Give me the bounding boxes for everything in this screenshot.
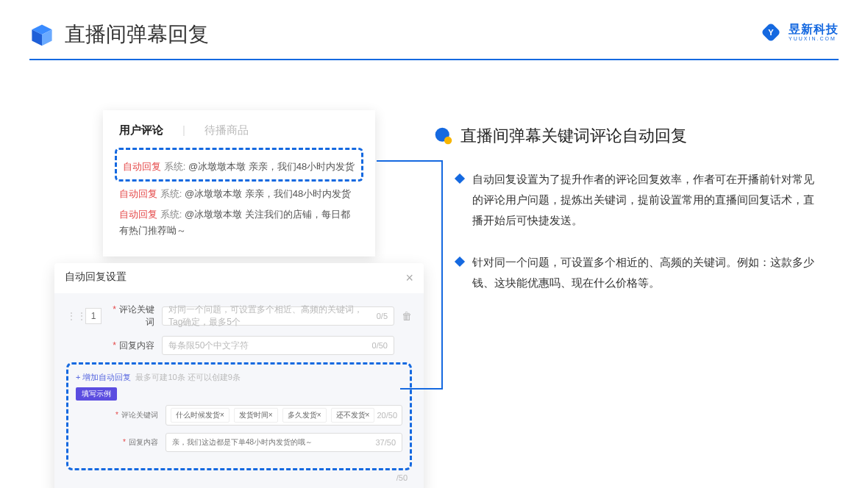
title-text: 直播间弹幕回复: [65, 21, 209, 49]
comment-row: 自动回复 系统: @冰墩墩本墩 亲亲，我们48小时内发货: [123, 159, 355, 175]
page-title: 直播间弹幕回复: [29, 21, 839, 49]
comments-panel: 用户评论 | 待播商品 自动回复 系统: @冰墩墩本墩 亲亲，我们48小时内发货…: [103, 110, 375, 256]
comment-row: 自动回复 系统: @冰墩墩本墩 亲亲，我们48小时内发货: [119, 186, 359, 202]
sys-label: 系统:: [164, 161, 186, 172]
brand-logo: Y 昱新科技 YUUXIN.COM: [759, 21, 839, 44]
logo-diamond-icon: Y: [759, 21, 783, 44]
subtitle-text: 直播间弹幕关键词评论自动回复: [460, 125, 687, 147]
keyword-input[interactable]: 对同一个问题，可设置多个相近、高频的关键词，Tag确定，最多5个0/5: [162, 306, 394, 326]
bullet-1: 自动回复设置为了提升作者的评论回复效率，作者可在开播前针对常见的评论用户问题，提…: [434, 169, 824, 230]
keyword-tag: 发货时间×: [234, 408, 278, 423]
reply-input[interactable]: 每条限50个中文字符0/50: [162, 336, 394, 355]
tab-comments[interactable]: 用户评论: [119, 123, 163, 137]
keyword-row: ⋮⋮ 1 *评论关键词 对同一个问题，可设置多个相近、高频的关键词，Tag确定，…: [66, 304, 412, 329]
close-icon[interactable]: ×: [405, 270, 413, 286]
keyword-tag: 什么时候发货×: [171, 408, 230, 423]
panel-tabs: 用户评论 | 待播商品: [119, 123, 359, 137]
right-column: 直播间弹幕关键词评论自动回复 自动回复设置为了提升作者的评论回复效率，作者可在开…: [434, 125, 824, 315]
page-header: 直播间弹幕回复 Y 昱新科技 YUUXIN.COM: [29, 21, 839, 60]
example-kw-row: *评论关键词 什么时候发货×发货时间×多久发货×还不发货×20/50: [76, 405, 402, 426]
logo-en: YUUXIN.COM: [789, 36, 839, 42]
chat-bubble-icon: [434, 126, 453, 146]
keyword-tag: 还不发货×: [331, 408, 375, 423]
auto-label: 自动回复: [123, 161, 161, 172]
bullet-text: 针对同一个问题，可设置多个相近的、高频的关键词。例如：这款多少钱、这块能优惠吗、…: [472, 252, 824, 293]
section-subtitle: 直播间弹幕关键词评论自动回复: [434, 125, 824, 147]
tab-separator: |: [182, 123, 185, 137]
tab-products[interactable]: 待播商品: [204, 123, 249, 137]
example-reply-row: *回复内容 亲，我们这边都是下单48小时内发货的哦～37/50: [76, 433, 402, 452]
settings-modal: 自动回复设置 × ⋮⋮ 1 *评论关键词 对同一个问题，可设置多个相近、高频的关…: [54, 263, 424, 488]
add-rule-link[interactable]: + 增加自动回复最多可建10条 还可以创建9条: [76, 372, 402, 383]
comment-text: @冰墩墩本墩 亲亲，我们48小时内发货: [188, 161, 355, 172]
modal-title: 自动回复设置: [65, 270, 127, 286]
reply-row: *回复内容 每条限50个中文字符0/50: [66, 336, 412, 355]
drag-handle-icon[interactable]: ⋮⋮: [66, 310, 78, 322]
logo-cn: 昱新科技: [789, 23, 839, 36]
diamond-bullet-icon: [455, 173, 465, 184]
modal-body: ⋮⋮ 1 *评论关键词 对同一个问题，可设置多个相近、高频的关键词，Tag确定，…: [54, 293, 424, 488]
reply-label: *回复内容: [109, 340, 154, 352]
example-reply: 亲，我们这边都是下单48小时内发货的哦～37/50: [166, 433, 402, 452]
example-tags: 什么时候发货×发货时间×多久发货×还不发货×20/50: [166, 405, 402, 426]
connector-line: [377, 160, 443, 162]
header-divider: [29, 59, 839, 60]
diamond-bullet-icon: [455, 256, 465, 267]
bullet-2: 针对同一个问题，可设置多个相近的、高频的关键词。例如：这款多少钱、这块能优惠吗、…: [434, 252, 824, 293]
bullet-text: 自动回复设置为了提升作者的评论回复效率，作者可在开播前针对常见的评论用户问题，提…: [472, 169, 824, 230]
svg-point-6: [444, 137, 452, 144]
svg-text:Y: Y: [768, 28, 774, 37]
keyword-tag: 多久发货×: [282, 408, 327, 423]
cube-icon: [29, 22, 54, 47]
connector-line: [400, 388, 443, 390]
keyword-label: *评论关键词: [109, 304, 154, 329]
modal-header: 自动回复设置 ×: [54, 263, 424, 293]
example-pill: 填写示例: [76, 387, 117, 401]
highlighted-comment: 自动回复 系统: @冰墩墩本墩 亲亲，我们48小时内发货: [115, 148, 363, 182]
example-highlight: + 增加自动回复最多可建10条 还可以创建9条 填写示例 *评论关键词 什么时候…: [66, 362, 412, 470]
trailing-count: /50: [66, 473, 412, 482]
rule-index: 1: [85, 308, 102, 324]
delete-icon[interactable]: 🗑: [402, 310, 412, 322]
comment-row: 自动回复 系统: @冰墩墩本墩 关注我们的店铺，每日都有热门推荐呦～: [119, 207, 359, 239]
